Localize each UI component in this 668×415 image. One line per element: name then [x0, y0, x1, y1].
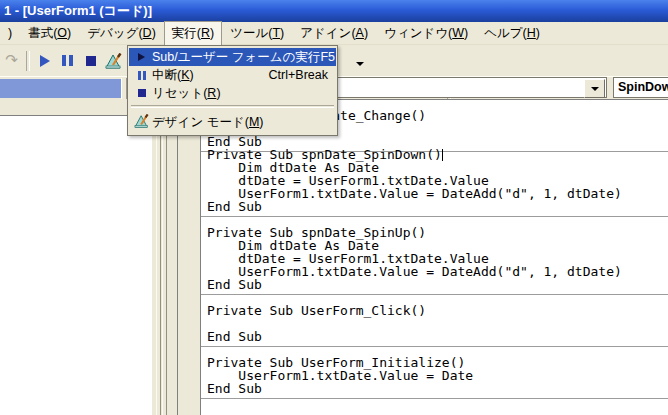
menu-icon-col — [131, 53, 152, 61]
procedure-dropdown[interactable]: SpinDown — [613, 77, 668, 98]
code-line-12[interactable]: UserForm1.txtDate.Value = DateAdd("d", 1… — [207, 265, 622, 278]
window-title: 1 - [UserForm1 (コード)] — [4, 3, 152, 18]
run-menu-item-1[interactable]: 中断(K)Ctrl+Break — [129, 66, 336, 84]
stop-icon — [86, 56, 96, 66]
stop-icon — [138, 89, 146, 97]
run-menu-item-4[interactable]: デザイン モード(M) — [129, 111, 336, 133]
code-line-13[interactable]: End Sub — [207, 278, 262, 291]
run-button[interactable] — [33, 50, 56, 72]
procedure-separator — [201, 216, 668, 217]
menubar-item-5[interactable]: アドイン(A) — [292, 21, 376, 46]
reset-button[interactable] — [79, 50, 102, 72]
selection-band — [0, 79, 121, 98]
code-line-17[interactable]: End Sub — [207, 330, 262, 343]
menu-icon-col — [131, 89, 152, 97]
chevron-down-icon — [591, 87, 599, 91]
menu-item-shortcut: F5 — [320, 50, 335, 64]
menubar-item-7[interactable]: ヘルプ(H) — [476, 21, 548, 46]
design-mode-icon — [134, 114, 150, 131]
toolbar-separator — [26, 51, 30, 71]
procedure-separator — [201, 346, 668, 347]
menubar-item-0[interactable]: ) — [0, 22, 20, 44]
menu-separator — [131, 105, 334, 108]
menu-bar: )書式(O)デバッグ(D)実行(R)ツール(T)アドイン(A)ウィンドウ(W)ヘ… — [0, 22, 668, 45]
code-line-6[interactable]: UserForm1.txtDate.Value = DateAdd("d", 1… — [207, 187, 622, 200]
procedure-separator — [201, 398, 668, 399]
menu-item-shortcut: Ctrl+Break — [269, 68, 328, 82]
splitter-ridge — [156, 98, 161, 415]
menu-item-label: Sub/ユーザー フォームの実行 — [152, 49, 320, 66]
redo-button[interactable]: ↷ — [0, 50, 23, 72]
menubar-item-1[interactable]: 書式(O) — [20, 21, 79, 46]
menu-item-label: 中断(K) — [152, 67, 269, 84]
object-dropdown-button[interactable] — [584, 79, 605, 98]
design-mode-icon — [105, 53, 123, 69]
text-caret — [442, 149, 443, 161]
vbe-window: 1 - [UserForm1 (コード)] )書式(O)デバッグ(D)実行(R)… — [0, 0, 668, 415]
menubar-item-3[interactable]: 実行(R) — [164, 21, 222, 46]
run-menu-popup: Sub/ユーザー フォームの実行F5中断(K)Ctrl+Breakリセット(R)… — [127, 45, 338, 136]
menu-icon-col — [131, 71, 152, 80]
code-line-7[interactable]: End Sub — [207, 200, 262, 213]
menu-icon-col — [131, 114, 152, 131]
project-pane[interactable] — [0, 115, 152, 415]
title-bar: 1 - [UserForm1 (コード)] — [0, 0, 668, 22]
pause-icon — [138, 71, 146, 80]
menu-item-label: デザイン モード(M) — [152, 114, 328, 131]
code-window[interactable]: Private Sub txtDate_Change()End SubPriva… — [177, 99, 668, 415]
run-menu-item-0[interactable]: Sub/ユーザー フォームの実行F5 — [129, 48, 336, 66]
procedure-separator — [201, 294, 668, 295]
run-icon — [138, 53, 145, 61]
menubar-item-4[interactable]: ツール(T) — [222, 21, 292, 46]
run-icon — [40, 55, 50, 67]
menubar-item-2[interactable]: デバッグ(D) — [79, 21, 164, 46]
code-line-21[interactable]: End Sub — [207, 382, 262, 395]
splitter-ridge — [162, 98, 167, 415]
menubar-item-6[interactable]: ウィンドウ(W) — [376, 21, 476, 46]
break-button[interactable] — [56, 50, 79, 72]
chevron-down-icon — [356, 62, 364, 66]
redo-icon: ↷ — [5, 51, 18, 69]
code-margin-bar[interactable] — [178, 100, 201, 415]
pane-splitter[interactable] — [153, 98, 177, 415]
pause-icon — [62, 55, 73, 66]
menu-item-label: リセット(R) — [152, 85, 328, 102]
procedure-dropdown-value: SpinDown — [618, 80, 668, 94]
code-line-15[interactable]: Private Sub UserForm_Click() — [207, 304, 426, 317]
run-menu-item-2[interactable]: リセット(R) — [129, 84, 336, 102]
design-mode-button[interactable] — [102, 50, 125, 72]
toolbar-dropdown-button[interactable] — [350, 54, 370, 73]
